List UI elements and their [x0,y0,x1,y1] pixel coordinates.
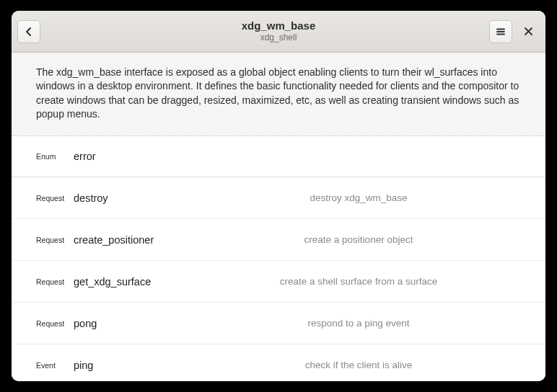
member-name: ping [74,360,196,371]
member-name: create_positioner [74,234,196,246]
member-kind: Request [36,194,74,202]
list-item[interactable]: Requestget_xdg_surfacecreate a shell sur… [12,261,545,303]
member-name: error [74,151,196,162]
list-item[interactable]: Eventpingcheck if the client is alive [12,344,545,381]
member-summary: destroy xdg_wm_base [196,192,521,203]
member-kind: Request [36,277,74,286]
member-summary: create a positioner object [196,234,521,245]
member-name: destroy [74,192,196,204]
back-button[interactable] [17,20,40,43]
member-summary: create a shell surface from a surface [196,276,521,287]
list-item[interactable]: Requestdestroydestroy xdg_wm_base [12,177,545,219]
member-name: pong [74,318,196,329]
member-kind: Event [36,361,74,370]
close-button[interactable] [517,20,540,43]
window-title: xdg_wm_base [12,20,545,32]
member-name: get_xdg_surface [74,276,196,288]
app-window: xdg_wm_base xdg_shell The xdg_wm_base in… [12,11,545,381]
member-list[interactable]: EnumerrorRequestdestroydestroy xdg_wm_ba… [12,135,545,381]
close-icon [524,27,533,36]
list-item[interactable]: Requestcreate_positionercreate a positio… [12,219,545,261]
interface-description: The xdg_wm_base interface is exposed as … [12,53,545,135]
header-bar: xdg_wm_base xdg_shell [12,11,545,53]
member-kind: Enum [36,152,74,161]
member-summary: check if the client is alive [196,360,521,370]
member-kind: Request [36,236,74,244]
chevron-left-icon [24,27,34,37]
menu-button[interactable] [489,20,512,43]
list-item[interactable]: Requestpongrespond to a ping event [12,303,545,344]
member-kind: Request [36,319,74,328]
list-item[interactable]: Enumerror [12,135,545,177]
member-summary: respond to a ping event [196,318,521,329]
hamburger-icon [496,27,506,37]
window-subtitle: xdg_shell [12,32,545,43]
